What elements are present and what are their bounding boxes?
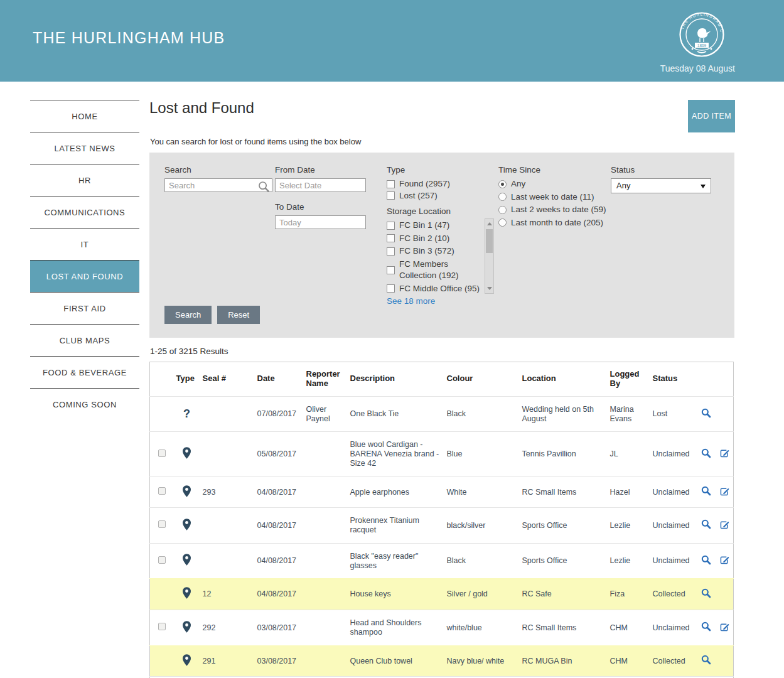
filter-panel: Search From Date To Date Type Found (295… <box>149 153 734 338</box>
status-select[interactable]: Any <box>611 178 711 193</box>
app-root: THE HURLINGHAM HUB THE HURLINGHAM CLUB 1… <box>0 0 784 678</box>
checkbox-icon[interactable] <box>387 180 395 188</box>
radio-icon[interactable] <box>498 193 507 201</box>
column-header-logged-by: Logged By <box>608 362 650 397</box>
view-item-icon[interactable] <box>701 448 711 461</box>
edit-item-icon[interactable] <box>720 622 729 634</box>
cell-logged-by: Lezlie <box>608 543 650 579</box>
cell-description: Head and Shoulders shampoo <box>348 610 444 646</box>
view-item-icon[interactable] <box>701 519 711 532</box>
scrollbar-thumb[interactable] <box>486 229 493 253</box>
view-item-icon[interactable] <box>701 655 711 667</box>
add-item-button[interactable]: ADD ITEM <box>688 100 735 132</box>
checkbox-icon[interactable] <box>387 247 395 256</box>
cell-logged-by: JL <box>608 432 650 476</box>
row-checkbox[interactable] <box>158 623 166 630</box>
checkbox-icon[interactable] <box>387 284 395 293</box>
cell-edit-action <box>716 579 734 610</box>
sidebar-item-coming-soon[interactable]: COMING SOON <box>30 388 139 420</box>
table-row: 05/08/2017Blue wool Cardigan - BARENA Ve… <box>150 432 734 476</box>
sidebar-item-club-maps[interactable]: CLUB MAPS <box>30 324 139 356</box>
cell-status: Unclaimed <box>650 543 696 579</box>
scroll-down-icon[interactable] <box>485 284 493 293</box>
cell-type <box>174 610 200 646</box>
storage-option-fc-bin-3-572[interactable]: FC Bin 3 (572) <box>387 245 485 257</box>
column-header-date: Date <box>255 362 304 397</box>
table-row: 1204/08/2017House keysSilver / goldRC Sa… <box>150 579 734 610</box>
cell-seal: 291 <box>200 645 255 677</box>
row-checkbox[interactable] <box>158 449 166 457</box>
storage-option-fc-bin-1-47[interactable]: FC Bin 1 (47) <box>387 220 485 232</box>
cell-status: Unclaimed <box>650 476 696 508</box>
sidebar-item-it[interactable]: IT <box>30 228 139 260</box>
time-since-option-last-week-to-date-11[interactable]: Last week to date (11) <box>498 191 611 203</box>
view-item-icon[interactable] <box>701 555 711 568</box>
view-item-icon[interactable] <box>701 408 711 421</box>
scroll-up-icon[interactable] <box>485 219 493 229</box>
from-date-input[interactable] <box>275 178 366 192</box>
cell-description: Blue wool Cardigan - BARENA Venezia bran… <box>348 432 444 476</box>
checkbox-icon[interactable] <box>387 191 395 200</box>
storage-option-fc-members-collection-192[interactable]: FC Members Collection (192) <box>387 259 485 282</box>
time-since-option-last-2-weeks-to-date-59[interactable]: Last 2 weeks to date (59) <box>498 204 611 216</box>
map-pin-icon <box>183 626 191 635</box>
time-since-option-last-month-to-date-205[interactable]: Last month to date (205) <box>498 217 611 229</box>
sidebar-item-home[interactable]: HOME <box>30 100 139 132</box>
storage-option-fc-bin-2-10[interactable]: FC Bin 2 (10) <box>387 233 485 245</box>
type-option-lost-257[interactable]: Lost (257) <box>387 190 487 202</box>
cell-select <box>150 476 174 508</box>
cell-colour: black/silver <box>444 508 520 544</box>
cell-seal: 292 <box>200 610 255 646</box>
column-header-seal: Seal # <box>200 362 255 397</box>
sidebar-item-first-aid[interactable]: FIRST AID <box>30 292 139 324</box>
edit-item-icon[interactable] <box>720 555 729 567</box>
cell-description: One Black Tie <box>348 396 444 432</box>
results-summary: 1-25 of 3215 Results <box>150 347 228 356</box>
row-checkbox[interactable] <box>158 487 166 495</box>
cell-status: Unclaimed <box>650 610 696 646</box>
sidebar-item-communications[interactable]: COMMUNICATIONS <box>30 196 139 228</box>
cell-colour: Silver / gold <box>444 579 520 610</box>
radio-icon[interactable] <box>498 218 507 227</box>
column-header-colour: Colour <box>444 362 520 397</box>
sidebar-item-latest-news[interactable]: LATEST NEWS <box>30 132 139 164</box>
row-checkbox[interactable] <box>158 556 166 564</box>
cell-logged-by: Fiza <box>608 579 650 610</box>
sidebar-item-food-beverage[interactable]: FOOD & BEVERAGE <box>30 356 139 388</box>
column-header-status: Status <box>650 362 696 397</box>
cell-date: 03/08/2017 <box>255 645 304 677</box>
cell-reporter-name <box>304 579 348 610</box>
row-checkbox[interactable] <box>158 520 166 528</box>
from-date-label: From Date <box>275 165 366 175</box>
status-label: Status <box>611 165 711 175</box>
checkbox-icon[interactable] <box>387 234 395 242</box>
cell-type <box>174 579 200 610</box>
radio-icon[interactable] <box>498 180 507 188</box>
search-button[interactable]: Search <box>164 306 212 324</box>
cell-view-action <box>696 508 716 544</box>
cell-location: Wedding held on 5th August <box>520 396 608 432</box>
table-header-row: TypeSeal #DateReporter NameDescriptionCo… <box>150 362 734 397</box>
time-since-option-any[interactable]: Any <box>498 178 611 190</box>
radio-icon[interactable] <box>498 206 507 214</box>
view-item-icon[interactable] <box>701 588 711 601</box>
to-date-input[interactable] <box>275 215 366 229</box>
edit-item-icon[interactable] <box>720 520 729 532</box>
view-item-icon[interactable] <box>701 486 711 498</box>
cell-logged-by: CHM <box>608 645 650 677</box>
type-option-found-2957[interactable]: Found (2957) <box>387 178 487 190</box>
checkbox-icon[interactable] <box>387 266 395 274</box>
storage-scrollbar[interactable] <box>485 218 494 294</box>
sidebar-item-hr[interactable]: HR <box>30 164 139 196</box>
checkbox-icon[interactable] <box>387 222 395 230</box>
storage-option-fc-middle-office-95[interactable]: FC Middle Office (95) <box>387 283 485 295</box>
edit-item-icon[interactable] <box>720 448 729 460</box>
sidebar-item-lost-and-found[interactable]: LOST AND FOUND <box>30 260 139 292</box>
see-more-link[interactable]: See 18 more <box>387 296 435 306</box>
column-header-type: Type <box>174 362 200 397</box>
search-input[interactable] <box>164 178 272 192</box>
bird-icon <box>697 28 711 38</box>
edit-item-icon[interactable] <box>720 487 729 498</box>
reset-button[interactable]: Reset <box>217 306 260 324</box>
view-item-icon[interactable] <box>701 622 711 634</box>
